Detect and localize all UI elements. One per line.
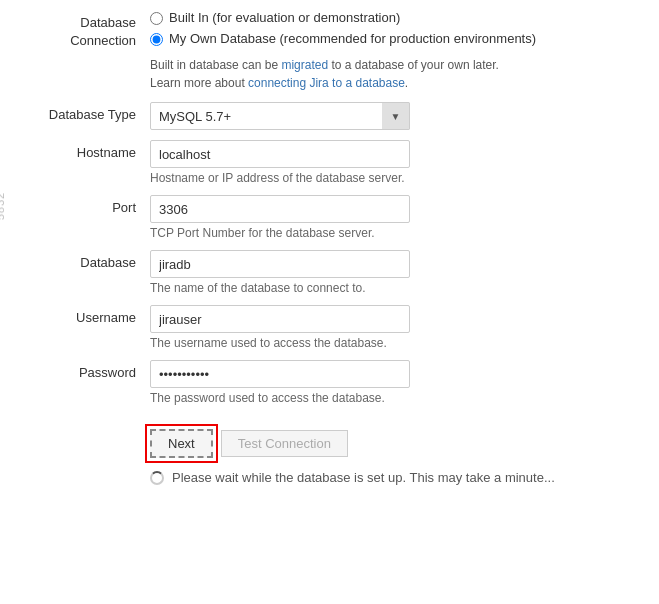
loading-row: Please wait while the database is set up… xyxy=(150,470,639,485)
database-input[interactable] xyxy=(150,250,410,278)
own-db-option[interactable]: My Own Database (recommended for product… xyxy=(150,31,639,46)
button-row: Next Test Connection xyxy=(150,429,639,458)
builtin-label: Built In (for evaluation or demonstratio… xyxy=(169,10,400,25)
db-type-row: Database Type MySQL 5.7+ PostgreSQL SQL … xyxy=(20,102,639,130)
port-row: Port TCP Port Number for the database se… xyxy=(20,195,639,240)
own-db-description: Built in database can be migrated to a d… xyxy=(150,56,639,92)
builtin-radio[interactable] xyxy=(150,12,163,25)
database-field: The name of the database to connect to. xyxy=(150,250,639,295)
password-label: Password xyxy=(20,360,150,382)
builtin-option[interactable]: Built In (for evaluation or demonstratio… xyxy=(150,10,639,25)
username-input[interactable] xyxy=(150,305,410,333)
db-connection-radio-group: Built In (for evaluation or demonstratio… xyxy=(150,10,639,92)
hostname-row: Hostname Hostname or IP address of the d… xyxy=(20,140,639,185)
password-field: The password used to access the database… xyxy=(150,360,639,405)
loading-spinner xyxy=(150,471,164,485)
db-connection-field: Built In (for evaluation or demonstratio… xyxy=(150,10,639,92)
next-button[interactable]: Next xyxy=(150,429,213,458)
username-field: The username used to access the database… xyxy=(150,305,639,350)
password-input[interactable] xyxy=(150,360,410,388)
db-type-select[interactable]: MySQL 5.7+ PostgreSQL SQL Server Oracle xyxy=(150,102,410,130)
username-row: Username The username used to access the… xyxy=(20,305,639,350)
port-hint: TCP Port Number for the database server. xyxy=(150,226,639,240)
db-type-field: MySQL 5.7+ PostgreSQL SQL Server Oracle … xyxy=(150,102,639,130)
port-field: TCP Port Number for the database server. xyxy=(150,195,639,240)
hostname-hint: Hostname or IP address of the database s… xyxy=(150,171,639,185)
database-hint: The name of the database to connect to. xyxy=(150,281,639,295)
database-connection-form: DatabaseConnection Built In (for evaluat… xyxy=(20,10,639,415)
watermark: 5832 xyxy=(0,192,6,220)
port-label: Port xyxy=(20,195,150,217)
db-connection-label: DatabaseConnection xyxy=(20,10,150,50)
password-row: Password The password used to access the… xyxy=(20,360,639,405)
password-hint: The password used to access the database… xyxy=(150,391,639,405)
page-wrapper: 5832 DatabaseConnection Built In (for ev… xyxy=(0,0,659,505)
hostname-label: Hostname xyxy=(20,140,150,162)
port-input[interactable] xyxy=(150,195,410,223)
db-type-select-wrapper: MySQL 5.7+ PostgreSQL SQL Server Oracle … xyxy=(150,102,410,130)
db-connection-row: DatabaseConnection Built In (for evaluat… xyxy=(20,10,639,92)
test-connection-button[interactable]: Test Connection xyxy=(221,430,348,457)
own-db-label: My Own Database (recommended for product… xyxy=(169,31,536,46)
hostname-input[interactable] xyxy=(150,140,410,168)
hostname-field: Hostname or IP address of the database s… xyxy=(150,140,639,185)
migrated-link[interactable]: migrated xyxy=(281,58,328,72)
username-label: Username xyxy=(20,305,150,327)
database-row: Database The name of the database to con… xyxy=(20,250,639,295)
username-hint: The username used to access the database… xyxy=(150,336,639,350)
database-label: Database xyxy=(20,250,150,272)
loading-message: Please wait while the database is set up… xyxy=(172,470,555,485)
own-db-radio[interactable] xyxy=(150,33,163,46)
db-type-label: Database Type xyxy=(20,102,150,124)
connecting-jira-link[interactable]: connecting Jira to a database xyxy=(248,76,405,90)
